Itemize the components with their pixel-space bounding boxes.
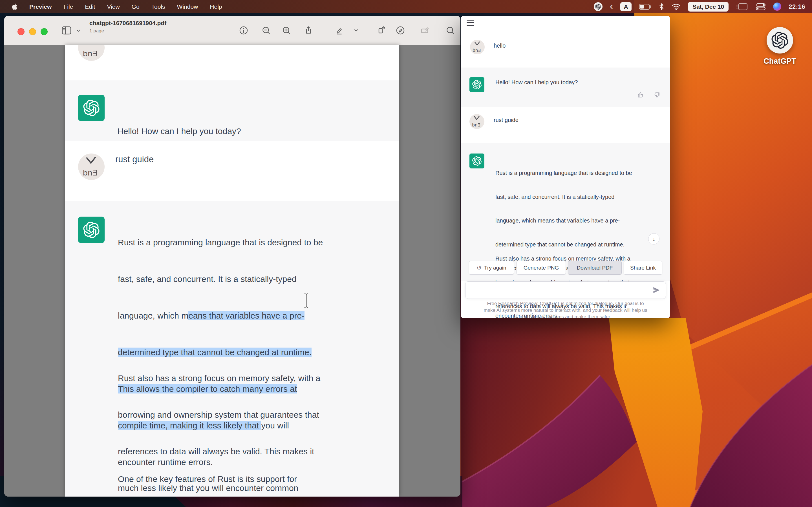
menu-help[interactable]: Help	[210, 3, 222, 10]
display-icon[interactable]	[736, 3, 748, 11]
chatgpt-window: hello Hello! How can I help you today? r…	[461, 16, 670, 318]
signature-icon	[419, 25, 430, 36]
ibeam-cursor	[303, 293, 309, 308]
answer-paragraph-3: One of the key features of Rust is its s…	[118, 451, 320, 497]
date-display[interactable]: Sat, Dec 10	[688, 2, 728, 11]
chatgpt-logo-icon	[767, 27, 793, 54]
menu-tools[interactable]: Tools	[151, 3, 165, 10]
chat-row-assistant-greeting: Hello! How can I help you today?	[461, 68, 670, 108]
info-icon[interactable]	[238, 25, 249, 36]
menu-edit[interactable]: Edit	[85, 3, 95, 10]
retry-icon: ↺	[476, 265, 481, 271]
highlighter-icon[interactable]	[334, 25, 345, 36]
menu-view[interactable]: View	[107, 3, 119, 10]
footer-disclaimer: Free Research Preview: ChatGPT is optimi…	[461, 300, 670, 318]
rotate-icon[interactable]	[375, 25, 387, 36]
chatgpt-avatar	[78, 217, 105, 243]
pdf-row-user-partial	[65, 45, 399, 80]
control-center-icon[interactable]	[756, 3, 766, 10]
menu-file[interactable]: File	[63, 3, 73, 10]
desktop-icon-label: ChatGPT	[761, 57, 799, 66]
document-title: chatgpt-1670681691904.pdf	[89, 20, 166, 26]
zoom-in-icon[interactable]	[281, 25, 292, 36]
hamburger-icon[interactable]	[467, 20, 474, 25]
thumbs-up-icon[interactable]	[638, 92, 644, 98]
chatgpt-avatar	[469, 77, 485, 92]
wifi-icon[interactable]	[672, 3, 680, 10]
menu-bar-status: ‹ A Sat, Dec 10 22:16	[594, 2, 812, 11]
keyboard-layout-icon[interactable]: A	[620, 2, 631, 11]
user-avatar	[78, 45, 105, 61]
chevron-down-icon[interactable]	[353, 27, 364, 38]
user-avatar	[469, 114, 485, 129]
user-message: rust guide	[494, 117, 518, 123]
menu-app-name[interactable]: Preview	[29, 3, 52, 10]
chatgpt-topbar	[461, 16, 670, 31]
chatgpt-status-icon[interactable]	[594, 2, 603, 11]
menu-go[interactable]: Go	[132, 3, 140, 10]
selected-text: eans that variables have a pre-	[188, 311, 305, 320]
chatgpt-avatar	[78, 95, 105, 121]
battery-icon[interactable]	[639, 3, 651, 10]
download-pdf-button[interactable]: Download PDF	[568, 261, 622, 275]
thumbs-down-icon[interactable]	[653, 92, 660, 98]
minimize-button[interactable]	[29, 28, 36, 35]
chevron-down-icon[interactable]	[75, 27, 82, 35]
sidebar-icon[interactable]	[61, 25, 72, 37]
menu-window[interactable]: Window	[177, 3, 198, 10]
desktop: Preview File Edit View Go Tools Window H…	[0, 0, 812, 507]
message-input[interactable]	[465, 281, 666, 299]
menu-bar: Preview File Edit View Go Tools Window H…	[0, 0, 812, 13]
toolbar-separator	[349, 27, 349, 34]
preview-window: chatgpt-1670681691904.pdf 1 page	[4, 16, 460, 497]
markup-icon[interactable]	[395, 25, 406, 36]
preview-content-area: Hello! How can I help you today? rust gu…	[4, 45, 460, 497]
user-avatar	[78, 154, 105, 180]
share-link-button[interactable]: Share Link	[624, 261, 662, 275]
generate-png-button[interactable]: Generate PNG	[516, 261, 566, 275]
close-button[interactable]	[17, 28, 24, 35]
clock: 22:16	[789, 3, 805, 10]
down-arrow-icon: ↓	[652, 236, 655, 242]
pdf-row-assistant-answer: Rust is a programming language that is d…	[65, 201, 399, 497]
user-avatar	[470, 40, 485, 54]
user-prompt-text: rust guide	[115, 154, 154, 165]
pdf-row-user-prompt: rust guide	[65, 141, 399, 201]
back-chevron-icon[interactable]: ‹	[610, 3, 613, 10]
chat-row-user-hello: hello	[461, 30, 670, 68]
chat-row-assistant-rust: Rust is a programming language that is d…	[461, 143, 670, 281]
preview-titlebar: chatgpt-1670681691904.pdf 1 page	[4, 16, 460, 45]
action-buttons-row: ↺ Try again Generate PNG Download PDF Sh…	[461, 261, 670, 274]
share-icon[interactable]	[303, 25, 314, 36]
pdf-row-assistant-greeting: Hello! How can I help you today?	[65, 80, 399, 142]
menu-bar-left: Preview File Edit View Go Tools Window H…	[0, 3, 222, 10]
apple-icon[interactable]	[12, 3, 17, 10]
search-icon[interactable]	[445, 25, 456, 36]
page-count: 1 page	[89, 28, 166, 34]
chat-row-user-rust: rust guide	[461, 107, 670, 143]
try-again-button[interactable]: ↺ Try again	[469, 261, 514, 275]
feedback-icons	[638, 92, 660, 98]
assistant-greeting-text: Hello! How can I help you today?	[117, 126, 241, 136]
siri-icon[interactable]	[773, 3, 781, 11]
fullscreen-button[interactable]	[41, 28, 48, 35]
document-title-block: chatgpt-1670681691904.pdf 1 page	[89, 20, 166, 34]
send-icon[interactable]	[653, 286, 660, 294]
pdf-page: Hello! How can I help you today? rust gu…	[65, 45, 399, 497]
bluetooth-icon[interactable]	[659, 3, 664, 11]
assistant-message: Hello! How can I help you today?	[495, 79, 578, 86]
scroll-down-button[interactable]: ↓	[648, 233, 659, 244]
chatgpt-avatar	[469, 154, 485, 168]
user-message: hello	[494, 43, 506, 49]
zoom-out-icon[interactable]	[260, 25, 272, 36]
chatgpt-desktop-icon[interactable]: ChatGPT	[761, 27, 799, 66]
